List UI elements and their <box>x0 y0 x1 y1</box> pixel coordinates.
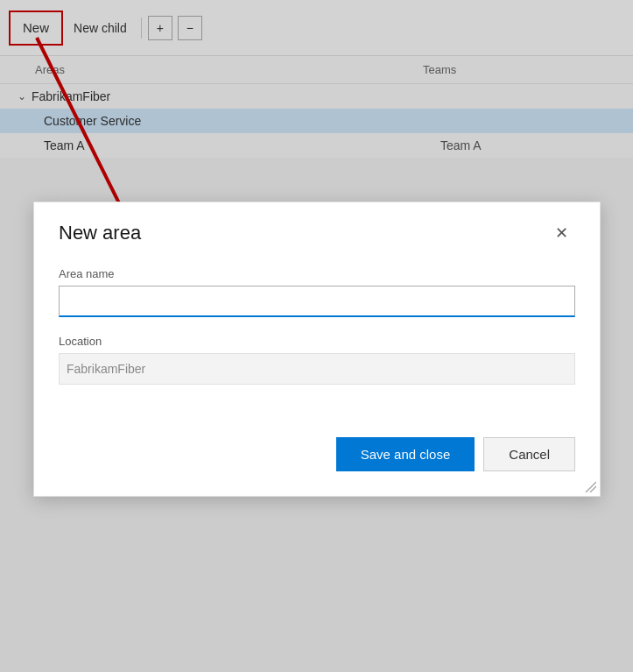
area-name-group: Area name <box>59 267 575 317</box>
close-button[interactable]: ✕ <box>548 222 575 244</box>
modal-header: New area ✕ <box>34 202 600 258</box>
location-label: Location <box>59 335 575 348</box>
modal-body: Area name Location FabrikamFiber <box>34 258 600 428</box>
area-name-input[interactable] <box>59 286 575 317</box>
new-area-dialog: New area ✕ Area name Location FabrikamFi… <box>33 202 601 497</box>
location-value: FabrikamFiber <box>59 353 575 385</box>
resize-handle[interactable] <box>584 480 596 492</box>
cancel-button[interactable]: Cancel <box>483 437 575 471</box>
save-and-close-button[interactable]: Save and close <box>336 437 475 471</box>
area-name-label: Area name <box>59 267 575 280</box>
modal-title: New area <box>59 222 141 244</box>
location-group: Location FabrikamFiber <box>59 335 575 385</box>
modal-footer: Save and close Cancel <box>34 428 600 496</box>
